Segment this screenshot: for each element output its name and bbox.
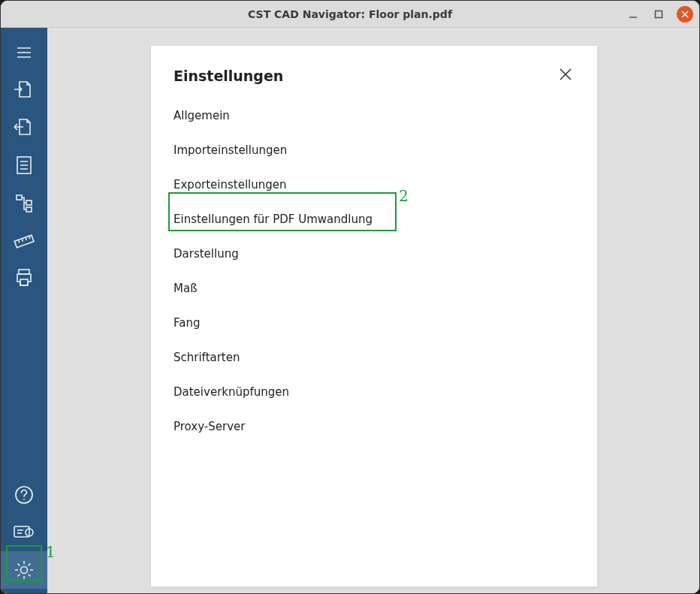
settings-item-file-assoc[interactable]: Dateiverknüpfungen (166, 376, 582, 408)
settings-item-dimensions[interactable]: Maß (166, 273, 582, 304)
svg-line-15 (18, 240, 20, 243)
svg-line-17 (26, 238, 27, 240)
settings-header: Einstellungen (151, 46, 597, 95)
sidebar-tree[interactable] (1, 184, 47, 222)
svg-line-18 (29, 237, 30, 239)
settings-item-proxy[interactable]: Proxy-Server (166, 411, 582, 442)
sidebar-measure[interactable] (1, 222, 47, 259)
sidebar-document[interactable] (1, 146, 47, 184)
settings-item-general[interactable]: Allgemein (166, 100, 582, 131)
help-icon (14, 484, 35, 505)
settings-item-fonts[interactable]: Schriftarten (166, 342, 582, 373)
print-icon (14, 267, 35, 288)
export-icon (13, 116, 35, 139)
sidebar-import[interactable] (1, 71, 47, 109)
menu-icon (14, 43, 34, 62)
sidebar-top (1, 34, 47, 297)
content-area: Einstellungen Allgemein Importeinstellun… (47, 28, 700, 594)
svg-rect-12 (26, 201, 32, 205)
import-icon (13, 79, 35, 101)
settings-list: Allgemein Importeinstellungen Exporteins… (151, 95, 597, 442)
sidebar-settings[interactable] (1, 551, 47, 589)
svg-rect-1 (656, 11, 662, 18)
window-controls (626, 1, 693, 28)
svg-point-27 (21, 567, 28, 574)
app-body: Einstellungen Allgemein Importeinstellun… (1, 28, 700, 594)
sidebar-print[interactable] (1, 259, 47, 297)
settings-panel: Einstellungen Allgemein Importeinstellun… (151, 46, 597, 586)
svg-rect-19 (19, 270, 29, 274)
settings-item-export[interactable]: Exporteinstellungen (166, 169, 582, 201)
svg-line-16 (22, 240, 23, 242)
settings-icon (13, 559, 35, 581)
svg-point-22 (23, 499, 25, 500)
svg-rect-13 (26, 207, 32, 212)
minimize-button[interactable] (626, 7, 641, 22)
sidebar-export[interactable] (1, 109, 47, 146)
titlebar: CST CAD Navigator: Floor plan.pdf (1, 1, 699, 28)
settings-item-display[interactable]: Darstellung (166, 238, 582, 270)
close-button[interactable] (677, 6, 693, 23)
settings-item-pdf-conversion[interactable]: Einstellungen für PDF Umwandlung (166, 204, 582, 235)
svg-rect-20 (20, 279, 28, 285)
settings-close-button[interactable] (557, 67, 575, 85)
document-icon (14, 155, 35, 176)
settings-title: Einstellungen (173, 68, 283, 84)
close-icon (559, 68, 572, 84)
sidebar-help[interactable] (1, 476, 47, 514)
app-window: CST CAD Navigator: Floor plan.pdf (0, 0, 700, 594)
sidebar (1, 28, 47, 594)
settings-item-import[interactable]: Importeinstellungen (166, 134, 582, 166)
svg-rect-11 (17, 195, 22, 200)
settings-item-snap[interactable]: Fang (166, 307, 582, 339)
sidebar-license[interactable] (1, 514, 47, 551)
ruler-icon (13, 229, 35, 252)
svg-rect-14 (14, 235, 34, 248)
window-title: CST CAD Navigator: Floor plan.pdf (248, 8, 452, 20)
tree-icon (14, 192, 35, 213)
license-icon (13, 523, 35, 541)
sidebar-menu[interactable] (1, 34, 47, 71)
sidebar-bottom (1, 476, 47, 589)
maximize-button[interactable] (651, 7, 666, 22)
